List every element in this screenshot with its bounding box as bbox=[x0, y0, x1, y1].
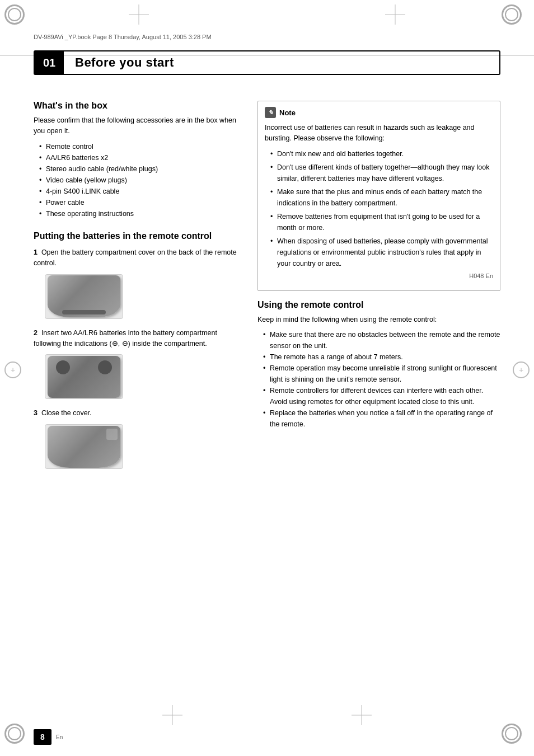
step1-image bbox=[45, 274, 123, 319]
deco-mid-right bbox=[513, 361, 530, 395]
whats-in-box-intro: Please confirm that the following access… bbox=[34, 115, 241, 137]
note-header: ✎ Note bbox=[265, 107, 493, 118]
note-box: ✎ Note Incorrect use of batteries can re… bbox=[257, 101, 500, 291]
note-list: Don't mix new and old batteries together… bbox=[265, 148, 493, 269]
crosshair-top-right bbox=[385, 4, 405, 25]
note-list-item: Don't mix new and old batteries together… bbox=[270, 148, 493, 159]
list-item: Power cable bbox=[39, 197, 241, 208]
list-item: Video cable (yellow plugs) bbox=[39, 175, 241, 186]
chapter-title: Before you start bbox=[64, 55, 174, 70]
whats-in-box-section: What's in the box Please confirm that th… bbox=[34, 101, 241, 219]
note-icon: ✎ bbox=[265, 107, 276, 118]
using-remote-list-item: Remote controllers for different devices… bbox=[263, 385, 500, 407]
remote-image-1 bbox=[48, 275, 120, 317]
deco-bottom-left bbox=[4, 724, 32, 752]
note-list-item: Don't use different kinds of battery tog… bbox=[270, 162, 493, 184]
chapter-number: 01 bbox=[35, 51, 64, 74]
using-remote-intro: Keep in mind the following when using th… bbox=[257, 314, 500, 325]
crosshair-bottom-left bbox=[162, 705, 182, 725]
remote-image-2 bbox=[48, 356, 120, 398]
step3-text: 3 Close the cover. bbox=[34, 408, 241, 419]
using-remote-list-item: The remote has a range of about 7 meters… bbox=[263, 351, 500, 363]
using-remote-list-item: Replace the batteries when you notice a … bbox=[263, 407, 500, 430]
page-number: 8 bbox=[34, 729, 51, 745]
using-remote-heading: Using the remote control bbox=[257, 300, 500, 310]
whats-in-box-heading: What's in the box bbox=[34, 101, 241, 111]
list-item: Remote control bbox=[39, 141, 241, 152]
note-list-item: Make sure that the plus and minus ends o… bbox=[270, 186, 493, 209]
list-item: 4-pin S400 i.LINK cable bbox=[39, 186, 241, 197]
using-remote-section: Using the remote control Keep in mind th… bbox=[257, 300, 500, 430]
note-list-item: When disposing of used batteries, please… bbox=[270, 236, 493, 269]
file-info: DV-989AVi _YP.book Page 8 Thursday, Augu… bbox=[34, 34, 212, 40]
list-item: Stereo audio cable (red/white plugs) bbox=[39, 163, 241, 175]
remote-image-3 bbox=[48, 426, 120, 468]
using-remote-list-item: Remote operation may become unreliable i… bbox=[263, 363, 500, 385]
note-label: Note bbox=[279, 109, 296, 117]
page-lang: En bbox=[56, 734, 63, 740]
list-item: These operating instructions bbox=[39, 208, 241, 219]
using-remote-list-item: Make sure that there are no obstacles be… bbox=[263, 329, 500, 351]
crosshair-bottom-right bbox=[352, 705, 372, 725]
whats-in-box-list: Remote control AA/LR6 batteries x2 Stere… bbox=[34, 141, 241, 219]
note-list-item: Remove batteries from equipment that isn… bbox=[270, 211, 493, 233]
step2-image bbox=[45, 354, 123, 399]
deco-mid-left bbox=[4, 361, 21, 395]
step2-text: 2 Insert two AA/LR6 batteries into the b… bbox=[34, 328, 241, 349]
right-column: ✎ Note Incorrect use of batteries can re… bbox=[257, 90, 500, 711]
list-item: AA/LR6 batteries x2 bbox=[39, 152, 241, 163]
batteries-heading: Putting the batteries in the remote cont… bbox=[34, 231, 241, 242]
main-content: What's in the box Please confirm that th… bbox=[34, 90, 500, 711]
step3-image bbox=[45, 424, 123, 469]
top-bar: DV-989AVi _YP.book Page 8 Thursday, Augu… bbox=[0, 0, 534, 56]
batteries-section: Putting the batteries in the remote cont… bbox=[34, 231, 241, 469]
using-remote-list: Make sure that there are no obstacles be… bbox=[257, 329, 500, 430]
note-intro: Incorrect use of batteries can result in… bbox=[265, 123, 493, 144]
footer: 8 En bbox=[34, 729, 500, 745]
left-column: What's in the box Please confirm that th… bbox=[34, 90, 241, 711]
deco-bottom-right bbox=[502, 724, 530, 752]
step1-text: 1 Open the battery compartment cover on … bbox=[34, 247, 241, 269]
h-code: H048 En bbox=[265, 273, 493, 279]
crosshair-top-left bbox=[129, 4, 149, 25]
chapter-header: 01 Before you start bbox=[34, 50, 500, 75]
